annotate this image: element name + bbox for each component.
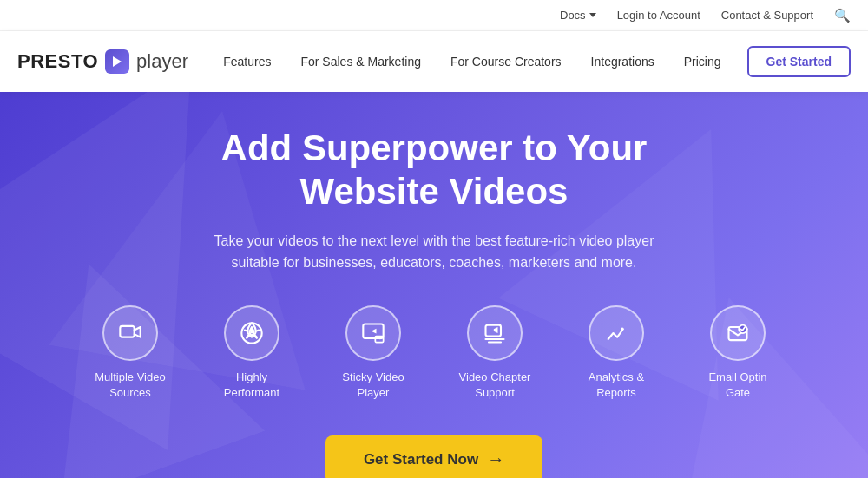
feature-email: Email OptinGate xyxy=(694,305,781,401)
svg-rect-6 xyxy=(486,325,502,337)
logo-presto-text: PRESTO xyxy=(17,50,98,73)
hero-title-line2: Website Videos xyxy=(300,171,569,212)
svg-point-3 xyxy=(250,329,253,332)
nav-integrations[interactable]: Integrations xyxy=(579,48,667,75)
hero-title: Add Superpower to Your Website Videos xyxy=(221,127,648,214)
feature-icon-email xyxy=(710,305,766,361)
nav-courses[interactable]: For Course Creators xyxy=(438,48,574,75)
feature-analytics: Analytics &Reports xyxy=(573,305,660,401)
svg-rect-1 xyxy=(120,326,134,337)
feature-label-email: Email OptinGate xyxy=(708,370,766,401)
feature-label-video-sources: Multiple VideoSources xyxy=(95,370,165,401)
top-bar: Docs Login to Account Contact & Support … xyxy=(0,0,868,31)
feature-chapter: Video ChapterSupport xyxy=(451,305,538,401)
nav-links: Features For Sales & Marketing For Cours… xyxy=(211,46,851,77)
contact-link[interactable]: Contact & Support xyxy=(721,9,813,22)
cta-label: Get Started Now xyxy=(364,451,478,468)
feature-label-analytics: Analytics &Reports xyxy=(589,370,644,401)
logo-area: PRESTO player xyxy=(17,49,188,74)
svg-marker-0 xyxy=(113,56,122,67)
feature-icon-analytics xyxy=(589,305,644,361)
feature-icon-sticky xyxy=(345,305,401,361)
nav-sales[interactable]: For Sales & Marketing xyxy=(288,48,433,75)
feature-sticky: Sticky VideoPlayer xyxy=(330,305,417,401)
get-started-cta-button[interactable]: Get Started Now → xyxy=(326,435,542,478)
feature-label-chapter: Video ChapterSupport xyxy=(459,370,531,401)
contact-label: Contact & Support xyxy=(721,9,813,22)
feature-video-sources: Multiple VideoSources xyxy=(87,305,174,401)
hero-subtitle: Take your videos to the next level with … xyxy=(208,230,660,274)
logo-icon xyxy=(105,49,129,74)
svg-point-9 xyxy=(621,328,624,331)
hero-section: Add Superpower to Your Website Videos Ta… xyxy=(0,92,868,478)
nav-features[interactable]: Features xyxy=(211,48,283,75)
feature-label-performant: HighlyPerformant xyxy=(224,370,279,401)
docs-chevron-icon xyxy=(589,13,596,17)
docs-link[interactable]: Docs xyxy=(560,9,596,22)
get-started-nav-button[interactable]: Get Started xyxy=(747,46,851,77)
feature-icon-chapter xyxy=(467,305,523,361)
nav-pricing[interactable]: Pricing xyxy=(672,48,733,75)
hero-title-line1: Add Superpower to Your xyxy=(221,128,648,168)
search-icon[interactable]: 🔍 xyxy=(834,8,851,23)
feature-icon-performant xyxy=(224,305,279,361)
main-nav: PRESTO player Features For Sales & Marke… xyxy=(0,31,868,92)
docs-label: Docs xyxy=(560,9,586,22)
login-link[interactable]: Login to Account xyxy=(617,9,700,22)
arrow-right-icon: → xyxy=(487,449,504,469)
logo-player-text: player xyxy=(136,50,188,73)
feature-icon-video-sources xyxy=(102,305,158,361)
feature-performant: HighlyPerformant xyxy=(208,305,295,401)
features-row: Multiple VideoSources HighlyPerformant xyxy=(87,305,781,401)
login-label: Login to Account xyxy=(617,9,700,22)
feature-label-sticky: Sticky VideoPlayer xyxy=(342,370,404,401)
